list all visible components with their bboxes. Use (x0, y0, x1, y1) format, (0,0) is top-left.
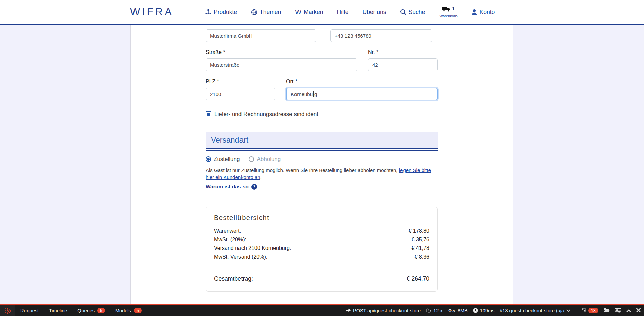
street-label: Straße * (206, 49, 357, 55)
divider (206, 197, 438, 197)
street-nr-row: Straße * Nr. * (206, 49, 438, 71)
nav-label: Marken (304, 9, 323, 16)
nav-marken[interactable]: W Marken (295, 8, 323, 16)
left-gutter (0, 25, 131, 316)
radio-selected-icon[interactable] (206, 156, 211, 162)
total-value: € 264,70 (407, 275, 429, 283)
summary-value: € 8,36 (415, 253, 429, 261)
same-address-label: Liefer- und Rechnungsadresse sind ident (214, 111, 318, 118)
settings-button[interactable] (615, 308, 621, 314)
summary-row: MwSt. (20%): € 35,76 (214, 235, 429, 244)
nav-konto[interactable]: Konto (471, 9, 495, 16)
chevron-down-icon (566, 309, 570, 312)
summary-divider (214, 268, 429, 268)
text-cursor (313, 91, 314, 97)
truck-icon (442, 6, 451, 13)
company-phone-row (206, 29, 438, 42)
open-folder-button[interactable] (604, 308, 610, 314)
radio-label: Zustellung (214, 156, 240, 163)
tab-label: Timeline (49, 308, 67, 313)
question-mark-icon[interactable]: ? (251, 184, 257, 190)
tab-request[interactable]: Request (15, 305, 44, 316)
summary-label: MwSt. Versand (20%): (214, 253, 267, 261)
shipping-options: Zustellung Abholung (206, 156, 438, 163)
ort-label: Ort * (286, 79, 438, 85)
nav-label: Hilfe (337, 9, 349, 16)
radio-unselected-icon[interactable] (249, 156, 254, 162)
user-icon (471, 9, 477, 15)
why-link[interactable]: Warum ist das so (206, 184, 249, 190)
plz-field[interactable] (206, 88, 275, 100)
globe-icon (251, 9, 257, 15)
summary-row: Versand nach 2100 Korneuburg: € 41,78 (214, 244, 429, 253)
request-selector-label: #13 guest-checkout-store (aja (500, 308, 564, 313)
checkout-page: WIFRA Produkte (0, 0, 644, 316)
history-count-badge: 13 (588, 308, 598, 313)
guest-shipping-note: Als Gast ist nur Zustellung möglich. Wen… (206, 167, 438, 181)
site-header: WIFRA Produkte (0, 0, 644, 25)
radio-abholung[interactable]: Abholung (249, 156, 281, 163)
search-icon (400, 9, 406, 15)
sliders-icon (615, 308, 621, 314)
summary-label: Warenwert: (214, 227, 241, 235)
summary-value: € 178,80 (409, 227, 429, 235)
laravel-version: 12.x (426, 308, 442, 313)
laravel-logo-icon[interactable] (0, 305, 15, 316)
summary-label: Versand nach 2100 Korneuburg: (214, 244, 291, 253)
history-button[interactable]: 13 (581, 307, 598, 314)
nav-suche[interactable]: Suche (400, 9, 425, 16)
request-route[interactable]: POST api/guest-checkout-store (345, 308, 421, 313)
minimize-button[interactable] (626, 308, 631, 313)
summary-value: € 35,76 (412, 235, 429, 244)
tab-label: Models (115, 308, 131, 313)
nav-ueber-uns[interactable]: Über uns (363, 9, 386, 16)
nav-themen[interactable]: Themen (251, 9, 281, 16)
redirect-arrow-icon (345, 308, 351, 313)
nav-hilfe[interactable]: Hilfe (337, 9, 349, 16)
nr-field[interactable] (368, 58, 438, 71)
nav-warenkorb[interactable]: 1 Warenkorb (439, 6, 457, 18)
close-icon (636, 308, 641, 313)
same-address-checkbox-row[interactable]: Liefer- und Rechnungsadresse sind ident (206, 111, 438, 118)
request-selector[interactable]: #13 guest-checkout-store (aja (500, 308, 570, 313)
nav-produkte[interactable]: Produkte (205, 9, 237, 16)
w-mark-icon: W (295, 8, 301, 16)
section-underline (206, 148, 438, 151)
queries-count-badge: 5 (97, 308, 105, 313)
debugbar-divider (576, 307, 576, 314)
company-field[interactable] (206, 29, 316, 42)
laravel-debugbar: Request Timeline Queries 5 Models 5 POST… (0, 304, 644, 316)
tab-timeline[interactable]: Timeline (44, 305, 72, 316)
nav-label: Produkte (214, 9, 237, 16)
site-logo[interactable]: WIFRA (130, 6, 174, 18)
tab-queries[interactable]: Queries 5 (72, 305, 110, 316)
close-button[interactable] (636, 308, 641, 313)
summary-value: € 41,78 (412, 244, 429, 253)
radio-zustellung[interactable]: Zustellung (206, 156, 240, 163)
chevron-up-icon (626, 308, 631, 313)
checkout-content: Straße * Nr. * PLZ * Ort * (131, 25, 513, 316)
summary-title: Bestellübersicht (214, 214, 429, 222)
plz-ort-row: PLZ * Ort * (206, 79, 438, 100)
checkbox-checked-icon[interactable] (206, 111, 211, 117)
versandart-section-header: Versandart (206, 132, 438, 148)
order-summary-card: Bestellübersicht Warenwert: € 178,80 MwS… (206, 207, 438, 292)
request-route-label: POST api/guest-checkout-store (353, 308, 421, 313)
memory-usage: ⚙⚙ 8MB (448, 308, 467, 313)
nav-label: Themen (260, 9, 281, 16)
total-label: Gesamtbetrag: (214, 275, 253, 283)
request-duration: 109ms (473, 308, 495, 313)
plz-label: PLZ * (206, 79, 275, 85)
tab-label: Request (20, 308, 39, 313)
street-field[interactable] (206, 58, 357, 71)
models-count-badge: 5 (134, 308, 142, 313)
phone-field[interactable] (330, 29, 432, 42)
cart-count-badge: 1 (452, 6, 455, 11)
nr-label: Nr. * (368, 49, 438, 55)
summary-total-row: Gesamtbetrag: € 264,70 (214, 275, 429, 283)
main-nav: Produkte Themen W Marken Hilfe (205, 0, 510, 24)
cart-label: Warenkorb (439, 14, 457, 18)
ort-field[interactable] (286, 88, 438, 100)
tab-models[interactable]: Models 5 (110, 305, 147, 316)
version-label: 12.x (433, 308, 442, 313)
